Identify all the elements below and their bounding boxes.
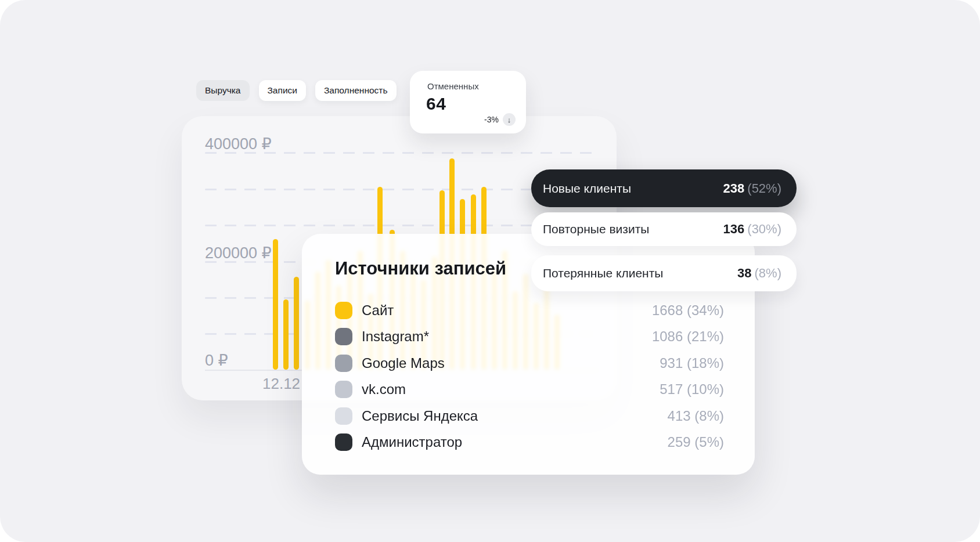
stat-number: 238 xyxy=(723,181,745,196)
source-value: 931 (18%) xyxy=(660,355,724,372)
stat-value: 136(30%) xyxy=(723,222,781,237)
cancelled-label: Отмененных xyxy=(427,81,479,91)
tab-records[interactable]: Записи xyxy=(259,80,306,101)
trend-down-icon: ↓ xyxy=(503,113,516,126)
stat-percent: (30%) xyxy=(747,222,781,236)
stat-label: Потерянные клиенты xyxy=(543,266,663,280)
cancelled-delta: -3% ↓ xyxy=(484,113,516,126)
cancelled-stat-card[interactable]: Отмененных 64 -3% ↓ xyxy=(410,71,526,133)
legend-swatch-instagram-icon xyxy=(335,328,352,345)
source-label: Instagram* xyxy=(362,328,429,345)
y-tick-400000: 400000 ₽ xyxy=(205,135,272,153)
tab-revenue[interactable]: Выручка xyxy=(196,80,250,101)
source-value: 1086 (21%) xyxy=(652,328,724,345)
y-tick-200000: 200000 ₽ xyxy=(205,244,272,262)
stat-label: Новые клиенты xyxy=(543,182,631,196)
legend-swatch-admin-icon xyxy=(335,433,352,451)
stat-card-lost-clients[interactable]: Потерянные клиенты 38(8%) xyxy=(531,255,797,291)
source-label: Google Maps xyxy=(362,355,445,371)
stat-card-repeat-visits[interactable]: Повторные визиты 136(30%) xyxy=(531,212,797,246)
stat-label: Повторные визиты xyxy=(543,222,649,236)
cancelled-delta-percent: -3% xyxy=(484,115,499,124)
legend-swatch-yandex-icon xyxy=(335,407,352,425)
x-tick-date: 12.12 xyxy=(262,375,300,393)
stat-card-new-clients[interactable]: Новые клиенты 238(52%) xyxy=(531,169,797,207)
legend-swatch-site-icon xyxy=(335,302,352,319)
source-value: 1668 (34%) xyxy=(652,302,724,319)
source-row-site[interactable]: Сайт xyxy=(335,302,394,319)
stat-percent: (52%) xyxy=(747,181,781,196)
source-label: Сервисы Яндекса xyxy=(362,408,478,424)
source-label: vk.com xyxy=(362,381,406,398)
y-tick-0: 0 ₽ xyxy=(205,351,228,370)
stat-value: 38(8%) xyxy=(737,266,781,281)
source-row-yandex[interactable]: Сервисы Яндекса xyxy=(335,407,478,425)
sources-title: Источники записей xyxy=(335,258,506,279)
source-label: Администратор xyxy=(362,434,462,450)
stat-number: 38 xyxy=(737,266,751,280)
tab-occupancy[interactable]: Заполненность xyxy=(315,80,397,101)
source-row-instagram[interactable]: Instagram* xyxy=(335,328,429,345)
source-label: Сайт xyxy=(362,302,394,319)
stat-value: 238(52%) xyxy=(723,181,781,196)
source-value: 517 (10%) xyxy=(660,381,724,398)
stat-percent: (8%) xyxy=(755,266,781,280)
source-row-admin[interactable]: Администратор xyxy=(335,433,462,451)
source-value: 259 (5%) xyxy=(668,433,724,451)
dashboard: Выручка Записи Заполненность 400000 ₽ 20… xyxy=(0,0,980,542)
stat-number: 136 xyxy=(723,222,745,236)
legend-swatch-vk-icon xyxy=(335,381,352,398)
legend-swatch-google-maps-icon xyxy=(335,355,352,372)
metric-tabs: Выручка Записи Заполненность xyxy=(196,80,397,101)
source-row-google-maps[interactable]: Google Maps xyxy=(335,355,445,372)
source-row-vk[interactable]: vk.com xyxy=(335,381,406,398)
source-value: 413 (8%) xyxy=(668,407,724,425)
cancelled-value: 64 xyxy=(426,94,446,114)
